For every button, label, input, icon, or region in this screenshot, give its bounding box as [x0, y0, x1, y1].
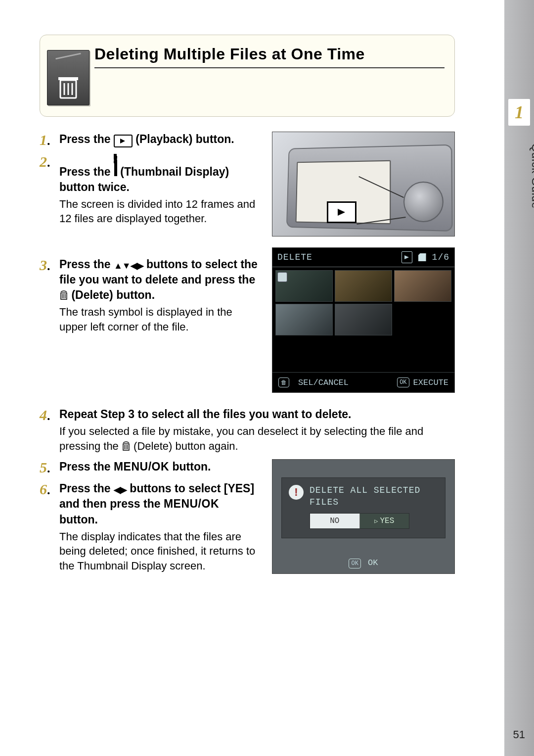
- step-5: 5. Press the MENU/OK button.: [40, 459, 260, 475]
- figure-camera: [272, 132, 455, 236]
- svg-marker-11: [404, 255, 409, 259]
- sd-card-icon: [418, 253, 426, 261]
- page-title: Deleting Multiple Files at One Time: [94, 45, 445, 68]
- svg-rect-4: [58, 77, 78, 80]
- sel-cancel-label: SEL/CANCEL: [298, 378, 349, 387]
- figure-delete-grid: DELETE 1/6: [272, 247, 455, 393]
- step-3: 3. Press the ▲▼◀▶ buttons to select the …: [40, 257, 260, 334]
- confirm-ok-label: OK: [368, 558, 378, 567]
- delete-label: DELETE: [277, 252, 312, 262]
- chapter-number: 1: [508, 99, 530, 126]
- thumbnail-empty: [394, 304, 451, 335]
- trash-icon: [47, 50, 89, 105]
- menu-ok-label: MENU/OK: [114, 460, 169, 473]
- page-number: 51: [513, 728, 525, 741]
- menu-ok-label: MENU/OK: [164, 497, 219, 510]
- thumbnail: [335, 304, 392, 335]
- delete-icon: [59, 288, 71, 301]
- trash-pill-icon: 🗑: [278, 378, 289, 387]
- option-yes: ▷ YES: [360, 514, 409, 528]
- playback-icon: [114, 135, 133, 147]
- left-right-icon: ◀▶: [114, 484, 127, 496]
- step-1: 1. Press the (Playback) button.: [40, 132, 260, 147]
- ok-pill-icon: OK: [397, 378, 409, 387]
- delete-icon: [122, 440, 134, 452]
- thumbnail-empty: [275, 337, 333, 369]
- step-4: 4. Repeat Step 3 to select all the files…: [40, 407, 455, 453]
- thumbnail: [275, 270, 333, 302]
- playback-icon: [401, 251, 412, 263]
- thumbnail: [394, 270, 451, 302]
- thumbnail-empty: [394, 337, 451, 369]
- alert-icon: !: [289, 485, 304, 500]
- thumbnail: [335, 270, 392, 302]
- thumbnail-icon: [114, 153, 117, 163]
- ok-pill-icon: OK: [349, 559, 360, 568]
- dpad-icon: ▲▼◀▶: [114, 260, 143, 272]
- execute-label: EXECUTE: [413, 378, 448, 387]
- page-indicator: 1/6: [432, 252, 449, 262]
- figure-confirm-dialog: ! DELETE ALL SELECTED FILES NO ▷ YES: [272, 459, 455, 574]
- option-no: NO: [310, 514, 360, 528]
- step-2: 2. Press the (Thumbnail Display) button …: [40, 153, 260, 226]
- svg-marker-10: [338, 209, 345, 216]
- svg-marker-5: [120, 139, 125, 143]
- side-tab: 1 Quick Guide: [504, 0, 534, 756]
- confirm-message-line1: DELETE ALL SELECTED: [310, 485, 420, 495]
- step-6: 6. Press the ◀▶ buttons to select [YES] …: [40, 481, 260, 573]
- side-tab-label: Quick Guide: [504, 143, 534, 209]
- section-header: Deleting Multiple Files at One Time: [40, 35, 455, 117]
- thumbnail-empty: [335, 337, 392, 369]
- playback-button-overlay: [327, 201, 356, 223]
- thumbnail: [275, 304, 333, 335]
- confirm-message-line2: FILES: [310, 497, 339, 507]
